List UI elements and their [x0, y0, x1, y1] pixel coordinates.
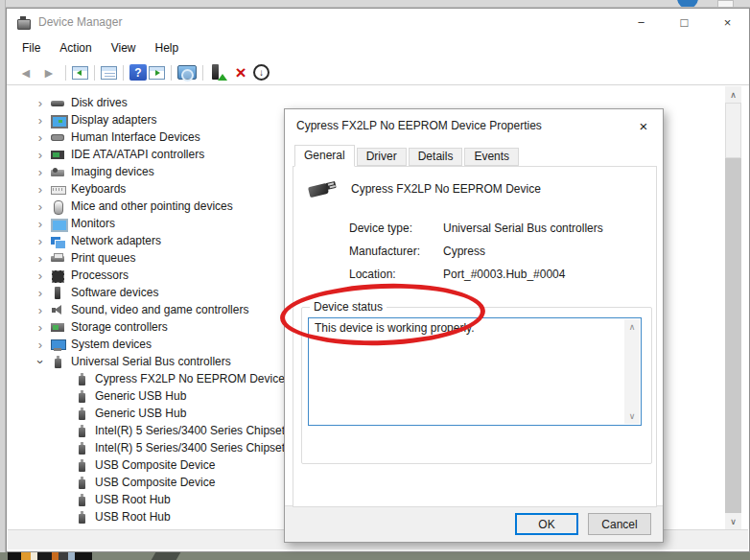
chevron-icon[interactable]: [34, 166, 47, 178]
scroll-down-icon[interactable]: ∨: [624, 409, 640, 423]
sound-icon: [51, 304, 65, 316]
desktop-wallpaper-sliver: [0, 552, 750, 560]
chevron-icon[interactable]: [34, 304, 47, 316]
tree-item-label: Disk drives: [71, 96, 128, 109]
tree-item-label: IDE ATA/ATAPI controllers: [71, 148, 204, 161]
device-status-textbox[interactable]: This device is working properly. ∧ ∨: [308, 317, 642, 426]
monitor-icon: [51, 218, 65, 230]
console-tree-icon[interactable]: [72, 66, 88, 80]
textbox-scrollbar[interactable]: ∧ ∨: [624, 319, 640, 424]
menu-item[interactable]: Help: [146, 35, 189, 60]
ok-button[interactable]: OK: [515, 513, 578, 535]
chevron-icon[interactable]: [34, 287, 47, 299]
separator: [202, 65, 203, 81]
chevron-icon[interactable]: [34, 356, 47, 368]
chevron-icon[interactable]: [34, 149, 47, 161]
device-status-groupbox: Device status This device is working pro…: [301, 307, 652, 464]
tree-item-label: Generic USB Hub: [95, 389, 186, 403]
mouse-icon: [51, 200, 65, 213]
cancel-button[interactable]: Cancel: [588, 513, 651, 535]
usb-icon: [51, 356, 65, 368]
separator: [65, 65, 66, 81]
chevron-icon[interactable]: [34, 200, 47, 213]
menu-item[interactable]: Action: [50, 35, 101, 60]
tree-item-label: Network adapters: [71, 234, 161, 247]
chevron-icon[interactable]: [34, 183, 47, 196]
scroll-up-icon[interactable]: ∧: [624, 320, 640, 334]
separator: [171, 65, 172, 81]
chevron-icon[interactable]: [34, 97, 47, 109]
chevron-icon[interactable]: [34, 235, 47, 247]
device-name: Cypress FX2LP No EEPROM Device: [351, 182, 541, 196]
scroll-down-icon[interactable]: ∨: [725, 513, 741, 529]
tree-item-label: USB Composite Device: [95, 458, 215, 472]
background-app-icon: [677, 0, 698, 8]
tree-item-label: Monitors: [71, 217, 115, 230]
forward-icon[interactable]: ►: [38, 62, 59, 83]
separator: [123, 65, 124, 81]
scan-hardware-icon[interactable]: [177, 65, 197, 80]
chevron-icon[interactable]: [34, 321, 47, 334]
dialog-close-icon[interactable]: ×: [628, 114, 659, 138]
tree-item-label: Display adapters: [71, 113, 156, 127]
chevron-icon[interactable]: [34, 269, 47, 282]
tree-item-label: Storage controllers: [71, 320, 168, 334]
hid-icon: [51, 131, 65, 144]
tree-item-label: Universal Serial Bus controllers: [71, 355, 231, 368]
close-button[interactable]: ×: [706, 9, 749, 35]
menu-item[interactable]: View: [102, 35, 146, 60]
tree-item-label: USB Composite Device: [95, 476, 215, 489]
tree-item-label: USB Root Hub: [95, 510, 171, 524]
uninstall-icon[interactable]: ×: [230, 62, 251, 83]
device-properties-dialog: Cypress FX2LP No EEPROM Device Propertie…: [284, 108, 664, 543]
field-label: Manufacturer:: [349, 245, 443, 258]
scrollbar-thumb[interactable]: [725, 103, 741, 158]
disable-device-icon[interactable]: ↓: [253, 64, 270, 81]
back-icon[interactable]: ◄: [15, 62, 36, 83]
update-driver-icon[interactable]: [209, 63, 228, 82]
toolbar: ◄►?×↓: [7, 60, 749, 85]
dialog-button-strip: OK Cancel: [285, 505, 663, 542]
usb-icon: [75, 408, 89, 420]
device-status-label: Device status: [310, 300, 387, 314]
usb-icon: [75, 494, 89, 506]
chevron-icon[interactable]: [34, 338, 47, 351]
chevron-icon[interactable]: [34, 114, 47, 127]
display-adapter-icon: [51, 114, 65, 127]
usb-icon: [75, 390, 89, 403]
title-bar[interactable]: Device Manager −□×: [7, 9, 749, 35]
field-row: Location: Port_#0003.Hub_#0004: [349, 263, 603, 286]
ide-icon: [51, 149, 65, 161]
properties-icon[interactable]: [101, 66, 117, 80]
help-icon[interactable]: ?: [129, 64, 147, 81]
maximize-button[interactable]: □: [663, 9, 706, 35]
tab[interactable]: Events: [464, 148, 519, 166]
tab[interactable]: Driver: [357, 148, 407, 166]
background-window-sliver: [6, 0, 750, 8]
usb-connector-icon: [305, 176, 343, 201]
chevron-icon[interactable]: [34, 218, 47, 230]
general-tab-page: Cypress FX2LP No EEPROM Device Device ty…: [293, 166, 657, 507]
field-label: Location:: [349, 268, 443, 281]
field-row: Manufacturer: Cypress: [349, 240, 603, 263]
device-manager-app-icon: [16, 16, 31, 29]
dialog-title-bar[interactable]: Cypress FX2LP No EEPROM Device Propertie…: [285, 109, 663, 142]
dialog-title: Cypress FX2LP No EEPROM Device Propertie…: [296, 119, 542, 132]
tree-item-label: Software devices: [71, 286, 158, 299]
tree-scrollbar[interactable]: ∧ ∨: [725, 86, 741, 529]
action-pane-icon[interactable]: [149, 66, 165, 80]
menu-item[interactable]: File: [12, 35, 50, 60]
minimize-button[interactable]: −: [620, 9, 663, 35]
chevron-icon[interactable]: [34, 131, 47, 144]
tree-item-label: Intel(R) 5 Series/3400 Series Chipset Fa…: [95, 441, 311, 455]
processor-icon: [51, 269, 65, 282]
usb-icon: [75, 459, 89, 472]
chevron-icon[interactable]: [34, 252, 47, 265]
tab[interactable]: Details: [409, 148, 463, 166]
tab[interactable]: General: [294, 145, 355, 167]
separator: [94, 65, 95, 81]
tree-item-label: Imaging devices: [71, 165, 154, 178]
usb-icon: [75, 442, 89, 455]
scroll-up-icon[interactable]: ∧: [725, 86, 741, 103]
tree-item-label: Keyboards: [71, 182, 126, 196]
